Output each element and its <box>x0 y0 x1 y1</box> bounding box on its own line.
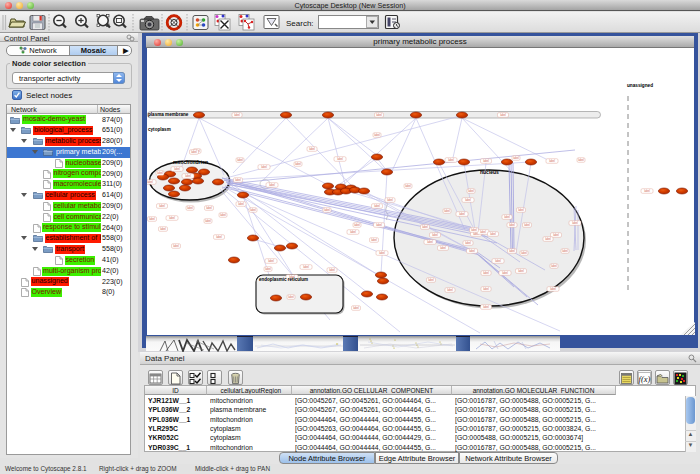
svg-text:label: label <box>448 158 454 162</box>
svg-text:label: label <box>374 133 380 137</box>
svg-text:label: label <box>444 209 450 213</box>
svg-text:label: label <box>502 271 508 275</box>
svg-text:label: label <box>490 232 496 236</box>
svg-text:label: label <box>459 212 465 216</box>
svg-text:label: label <box>147 180 153 184</box>
svg-text:label: label <box>524 223 530 227</box>
svg-text:label: label <box>205 219 211 223</box>
svg-text:label: label <box>185 174 191 178</box>
svg-text:label: label <box>553 233 559 237</box>
svg-text:label: label <box>187 206 193 210</box>
svg-text:label: label <box>500 113 506 117</box>
svg-text:label: label <box>234 113 240 117</box>
svg-text:label: label <box>440 246 446 250</box>
svg-text:label: label <box>518 208 524 212</box>
svg-text:label: label <box>562 249 568 253</box>
svg-text:label: label <box>551 264 557 268</box>
svg-text:label: label <box>174 167 180 171</box>
svg-text:label: label <box>509 223 515 227</box>
svg-text:label: label <box>428 278 434 282</box>
svg-text:label: label <box>288 295 294 299</box>
svg-text:label: label <box>261 165 267 169</box>
svg-text:label: label <box>521 251 527 255</box>
svg-text:label: label <box>422 225 428 229</box>
svg-text:Search:: Search: <box>286 19 314 28</box>
svg-text:label: label <box>309 147 315 151</box>
svg-text:label: label <box>149 217 155 221</box>
svg-text:label: label <box>350 230 356 234</box>
svg-text:label: label <box>268 259 274 263</box>
svg-text:label: label <box>509 249 515 253</box>
svg-text:label: label <box>376 223 382 227</box>
svg-text:label: label <box>371 238 377 242</box>
svg-text:nucleus: nucleus <box>480 169 499 175</box>
svg-text:label: label <box>376 113 382 117</box>
svg-text:label: label <box>469 249 475 253</box>
svg-text:label: label <box>550 287 556 291</box>
svg-text:label: label <box>379 251 385 255</box>
svg-text:label: label <box>545 237 551 241</box>
svg-text:label: label <box>480 230 486 234</box>
svg-text:label: label <box>324 208 330 212</box>
svg-text:label: label <box>295 162 301 166</box>
svg-text:label: label <box>518 269 524 273</box>
svg-text:label: label <box>220 213 226 217</box>
svg-text:label: label <box>329 268 335 272</box>
svg-text:label: label <box>169 216 175 220</box>
svg-text:label: label <box>468 189 474 193</box>
svg-text:label: label <box>578 158 584 162</box>
svg-text:label: label <box>387 198 393 202</box>
svg-text:label: label <box>572 221 578 225</box>
svg-text:label: label <box>353 306 359 310</box>
svg-text:label: label <box>238 202 244 206</box>
svg-text:label: label <box>159 204 165 208</box>
svg-text:label: label <box>495 259 501 263</box>
svg-text:label: label <box>160 227 166 231</box>
svg-text:label: label <box>374 204 380 208</box>
svg-text:label: label <box>269 183 275 187</box>
svg-text:label: label <box>237 158 243 162</box>
svg-text:label: label <box>513 156 519 160</box>
svg-text:label: label <box>471 228 477 232</box>
svg-text:label: label <box>250 208 256 212</box>
svg-text:label: label <box>432 233 438 237</box>
svg-text:label: label <box>235 178 241 182</box>
svg-text:f(x): f(x) <box>639 374 651 384</box>
svg-text:mitochondrion: mitochondrion <box>173 159 208 165</box>
svg-text:label: label <box>157 171 163 175</box>
svg-text:label: label <box>427 240 433 244</box>
svg-text:label: label <box>191 150 197 154</box>
svg-text:label: label <box>644 189 650 193</box>
svg-text:label: label <box>447 288 453 292</box>
svg-text:label: label <box>265 267 271 271</box>
svg-text:label: label <box>303 265 309 269</box>
svg-text:label: label <box>465 198 471 202</box>
svg-text:label: label <box>483 159 489 163</box>
svg-text:plasma membrane: plasma membrane <box>148 112 189 117</box>
svg-text:label: label <box>206 206 212 210</box>
svg-text:label: label <box>216 235 222 239</box>
svg-text:unassigned: unassigned <box>627 83 653 88</box>
svg-text:label: label <box>337 157 343 161</box>
svg-text:label: label <box>483 271 489 275</box>
svg-text:label: label <box>483 305 489 309</box>
svg-text:label: label <box>405 184 411 188</box>
svg-text:label: label <box>465 241 471 245</box>
svg-text:label: label <box>504 215 510 219</box>
svg-text:endoplasmic reticulum: endoplasmic reticulum <box>259 277 308 282</box>
svg-text:label: label <box>549 159 555 163</box>
svg-text:label: label <box>173 244 179 248</box>
svg-text:label: label <box>354 223 360 227</box>
svg-text:label: label <box>483 287 489 291</box>
svg-text:cytoplasm: cytoplasm <box>148 127 171 132</box>
